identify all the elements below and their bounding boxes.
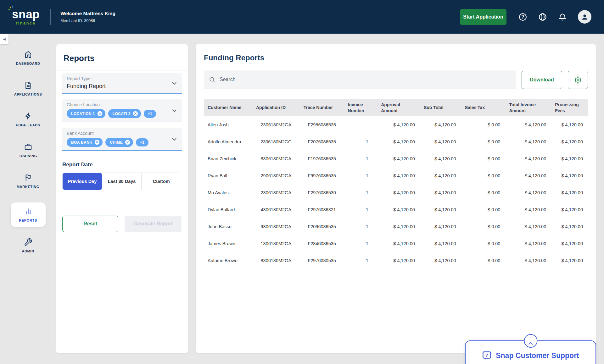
cell-invoice-number: 1 [344, 133, 378, 150]
sidebar-collapse-button[interactable]: ◀ [0, 34, 8, 44]
logo-spark-icon [8, 5, 14, 12]
cell-invoice-number: 1 [344, 252, 378, 269]
cell-application-id: 4306180M2GA [252, 201, 300, 218]
cell-total-invoice-amount: $ 4,120.00 [505, 201, 551, 218]
col-invoice-number: Invoice Number [344, 99, 378, 116]
chip-label: LOCATI 2 [113, 112, 131, 116]
chip-remove-icon[interactable] [97, 111, 103, 116]
cell-application-id: 1306180M2GA [252, 235, 300, 252]
cell-invoice-number: 1 [344, 150, 378, 167]
sidebar-item-applications[interactable]: APPLICATIONS [8, 79, 48, 98]
cell-trace-number: F2976086321 [300, 201, 344, 218]
sidebar-item-reports[interactable]: REPORTS [11, 202, 46, 227]
chevron-down-icon [171, 135, 178, 143]
chip-remove-icon[interactable] [125, 140, 130, 145]
download-button[interactable]: Download [522, 71, 562, 89]
table-settings-button[interactable] [568, 71, 588, 89]
snap-logo[interactable]: snap finance [12, 8, 40, 25]
bank-chip[interactable]: CHIME [105, 138, 133, 147]
location-chip[interactable]: LOCATI 2 [108, 109, 141, 118]
cell-customer-name: Brian Zeichick [204, 150, 252, 167]
cell-total-invoice-amount: $ 4,120.00 [505, 252, 551, 269]
date-option-last-30-days[interactable]: Last 30 Days [102, 173, 142, 190]
search-icon [209, 76, 215, 83]
tv-icon [24, 143, 32, 151]
col-customer-name: Customer Name [204, 99, 252, 116]
generate-report-button[interactable]: Generate Report [125, 216, 182, 232]
filters-panel-title: Reports [56, 44, 188, 70]
bank-more-chip[interactable]: +1 [136, 138, 148, 146]
sidebar-item-admin[interactable]: ADMIN [8, 236, 48, 255]
report-type-select[interactable]: Report Type Funding Report [62, 73, 182, 94]
cell-customer-name: Allen Josh [204, 116, 252, 133]
support-expand-button[interactable] [524, 334, 537, 348]
sidebar-item-edge-leads[interactable]: EDGE LEADS [8, 110, 48, 129]
table-row: James Brown 1306180M2GA F2846086535 1 $ … [204, 235, 588, 252]
chevron-down-icon [171, 80, 178, 87]
funding-reports-table: Customer Name Application ID Trace Numbe… [204, 99, 588, 269]
cell-customer-name: Autumn Brown [204, 252, 252, 269]
date-option-previous-day[interactable]: Previous Day [63, 173, 102, 190]
location-chip[interactable]: LOCATION 1 [67, 109, 105, 118]
cell-sub-total: $ 4,120.00 [420, 184, 461, 201]
cell-application-id: 9306180M2GA [252, 218, 300, 235]
wrench-icon [24, 238, 32, 246]
sidebar-item-dashboard[interactable]: DASHBOARD [8, 48, 48, 67]
cell-application-id: 8306180M2GA [252, 252, 300, 269]
cell-trace-number: F2986086535 [300, 116, 344, 133]
cell-customer-name: Ryan Ball [204, 167, 252, 184]
bank-account-select[interactable]: Bank Account BOA BANK CHIME +1 [62, 128, 182, 151]
cell-approval-amount: $ 4,120.00 [377, 235, 420, 252]
filters-body: Report Type Funding Report Choose Locati… [56, 70, 188, 232]
reset-button[interactable]: Reset [62, 216, 118, 232]
sidebar-item-training[interactable]: TRAINING [8, 141, 48, 160]
cell-sales-tax: $ 0.00 [461, 167, 506, 184]
cell-trace-number: F2096086535 [300, 218, 344, 235]
cell-trace-number: F2846086535 [300, 235, 344, 252]
funding-table-body: Allen Josh 2306180M2GA F2986086535 - $ 4… [204, 116, 588, 269]
chip-remove-icon[interactable] [94, 140, 100, 145]
sidebar-item-label: EDGE LEADS [16, 123, 40, 127]
cell-sub-total: $ 4,120.00 [420, 116, 461, 133]
cell-sales-tax: $ 0.00 [461, 184, 506, 201]
table-controls: Download [204, 70, 588, 89]
search-input[interactable] [220, 77, 511, 82]
cell-total-invoice-amount: $ 4,120.00 [505, 218, 551, 235]
bank-chip[interactable]: BOA BANK [67, 138, 103, 147]
user-avatar[interactable] [578, 10, 591, 24]
filter-actions: Reset Generate Report [62, 216, 182, 232]
chip-label: CHIME [110, 140, 123, 145]
globe-icon[interactable] [538, 13, 547, 21]
support-label-row: ? Snap Customer Support [466, 351, 596, 361]
cell-approval-amount: $ 4,120.00 [377, 252, 420, 269]
col-approval-amount: Approval Amount [377, 99, 420, 116]
start-application-button[interactable]: Start Application [460, 9, 506, 25]
cell-customer-name: Mo Avalos [204, 184, 252, 201]
notifications-bell-icon[interactable] [558, 13, 567, 21]
logo-sub-text: finance [12, 21, 40, 25]
cell-processing-fees: $ 4,120.00 [551, 235, 588, 252]
report-date-title: Report Date [62, 162, 182, 168]
logo-brand-text: snap [12, 8, 40, 20]
cell-trace-number: F2076086535 [300, 133, 344, 150]
location-select[interactable]: Choose Location LOCATION 1 LOCATI 2 +1 [62, 99, 182, 122]
sidebar-item-label: REPORTS [19, 218, 37, 222]
cell-approval-amount: $ 4,120.00 [377, 201, 420, 218]
cell-customer-name: John Basso [204, 218, 252, 235]
welcome-title: Welcome Mattress King [60, 11, 115, 16]
date-option-custom[interactable]: Custom [142, 173, 181, 190]
cell-sub-total: $ 4,120.00 [420, 133, 461, 150]
cell-trace-number: F2976086530 [300, 184, 344, 201]
table-row: Ryan Ball 2906180M2GA F9976086535 1 $ 4,… [204, 167, 588, 184]
cell-sales-tax: $ 0.00 [461, 116, 506, 133]
help-icon[interactable] [518, 13, 527, 21]
chip-remove-icon[interactable] [133, 111, 138, 116]
customer-support-widget[interactable]: ? Snap Customer Support [465, 340, 596, 364]
cell-sub-total: $ 4,120.00 [420, 167, 461, 184]
location-more-chip[interactable]: +1 [144, 110, 156, 118]
sidebar-item-marketing[interactable]: MARKETING [8, 172, 48, 190]
table-row: Adolfo Almendra 2306180M2GC F2076086535 … [204, 133, 588, 150]
cell-application-id: 2306180M2GC [252, 133, 300, 150]
cell-invoice-number: 1 [344, 235, 378, 252]
cell-trace-number: F2976080535 [300, 252, 344, 269]
